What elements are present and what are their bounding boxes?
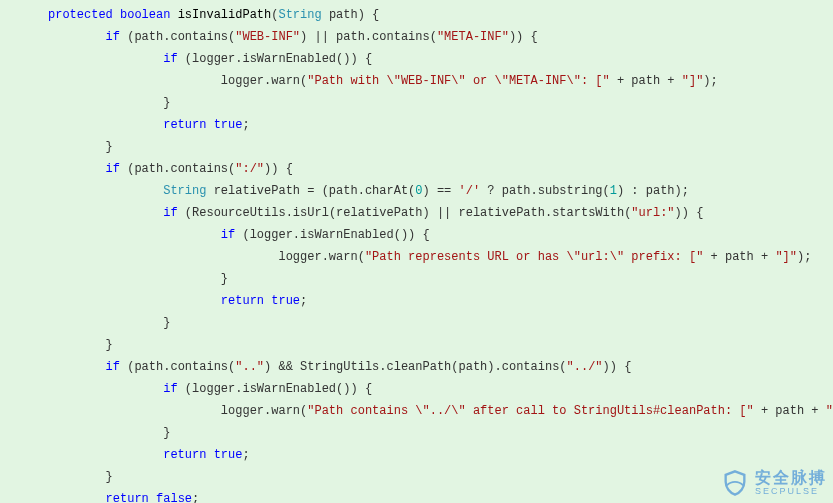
str-colonslash: ":/": [235, 162, 264, 176]
kw-protected: protected: [48, 8, 113, 22]
str-dotdot: "..": [235, 360, 264, 374]
str-warn1: "Path with \"WEB-INF\" or \"META-INF\": …: [307, 74, 609, 88]
ty-string: String: [163, 184, 206, 198]
str-urlprefix: "url:": [631, 206, 674, 220]
str-webinf: "WEB-INF": [235, 30, 300, 44]
id-contains: contains: [170, 30, 228, 44]
param-name: path: [329, 8, 358, 22]
kw-if: if: [106, 30, 120, 44]
str-dotdotslash: "../": [567, 360, 603, 374]
str-warn2: "Path represents URL or has \"url:\" pre…: [365, 250, 703, 264]
str-warn3: "Path contains \"../\" after call to Str…: [307, 404, 753, 418]
kw-boolean: boolean: [120, 8, 170, 22]
param-type: String: [278, 8, 321, 22]
method-name: isInvalidPath: [178, 8, 272, 22]
str-metainf: "META-INF": [437, 30, 509, 44]
code-block: protected boolean isInvalidPath(String p…: [0, 0, 833, 503]
